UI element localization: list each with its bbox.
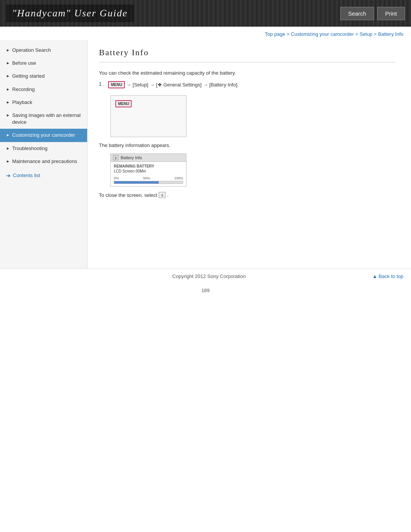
breadcrumb: Top page > Customizing your camcorder > …: [0, 27, 411, 40]
sidebar-item-before-use[interactable]: ► Before use: [0, 57, 87, 70]
battery-info-dialog: x Battery Info REMAINING BATTERY LCD Scr…: [110, 153, 186, 187]
battery-bar-fill: [114, 181, 159, 184]
sidebar-item-recording[interactable]: ► Recording: [0, 83, 87, 96]
scale-100: 100%: [174, 176, 183, 180]
sidebar-arrow-icon: ►: [6, 133, 10, 138]
breadcrumb-sep3: >: [374, 31, 378, 37]
sidebar-arrow-icon: ►: [6, 73, 10, 79]
battery-scale: 0% 50% 100%: [114, 176, 183, 180]
close-x-button[interactable]: x: [113, 155, 118, 160]
search-button[interactable]: Search: [340, 7, 374, 20]
contents-link-arrow-icon: ➔: [6, 173, 11, 179]
sidebar-item-label: Customizing your camcorder: [12, 132, 75, 139]
sidebar-item-saving-images[interactable]: ► Saving images with an external device: [0, 109, 87, 129]
step-1-text: → [Setup] → [❖ General Settings] → [Batt…: [126, 82, 239, 88]
step-1-content: MENU → [Setup] → [❖ General Settings] → …: [108, 81, 239, 88]
sidebar-arrow-icon: ►: [6, 61, 10, 66]
sidebar-item-label: Before use: [12, 60, 36, 67]
battery-bar-track: [114, 181, 183, 184]
breadcrumb-sep1: >: [287, 31, 291, 37]
menu-button-image: MENU: [108, 81, 124, 88]
close-x-inline-icon: x: [159, 192, 166, 198]
sidebar-item-operation-search[interactable]: ► Operation Search: [0, 44, 87, 57]
screenshot-camcorder-screen: MENU: [110, 95, 186, 137]
battery-bar-container: 0% 50% 100%: [114, 176, 183, 184]
close-screen-text1: To close the screen, select: [99, 192, 157, 198]
breadcrumb-top-page[interactable]: Top page: [265, 31, 285, 37]
battery-info-appears-text: The battery information appears.: [99, 142, 396, 148]
page-number: 189: [0, 284, 411, 301]
battery-info-body: REMAINING BATTERY LCD Screen 00Min 0% 50…: [111, 162, 186, 186]
site-title: "Handycam" User Guide: [6, 5, 134, 22]
sidebar-arrow-icon: ►: [6, 48, 10, 53]
remaining-battery-label: REMAINING BATTERY: [114, 164, 183, 168]
close-screen-row: To close the screen, select x .: [99, 192, 396, 198]
breadcrumb-battery-info[interactable]: Battery Info: [378, 31, 403, 37]
sidebar-item-label: Recording: [12, 86, 35, 93]
breadcrumb-setup[interactable]: Setup: [360, 31, 373, 37]
breadcrumb-sep2: >: [355, 31, 359, 37]
sidebar-item-customizing[interactable]: ► Customizing your camcorder: [0, 129, 87, 142]
menu-btn-highlighted: MENU: [115, 100, 132, 107]
header-buttons: Search Print: [340, 7, 405, 20]
battery-info-title: Battery Info: [121, 155, 142, 160]
sidebar-item-label: Troubleshooting: [12, 145, 48, 152]
page-title: Battery Info: [99, 48, 396, 62]
sidebar-item-label: Maintenance and precautions: [12, 158, 77, 165]
sidebar-item-label: Operation Search: [12, 47, 51, 54]
sidebar: ► Operation Search ► Before use ► Gettin…: [0, 40, 88, 268]
sidebar-item-label: Getting started: [12, 73, 45, 80]
content-area: Battery Info You can check the estimated…: [88, 40, 411, 268]
sidebar-item-playback[interactable]: ► Playback: [0, 96, 87, 109]
header: "Handycam" User Guide Search Print: [0, 0, 411, 27]
sidebar-arrow-icon: ►: [6, 87, 10, 92]
intro-text: You can check the estimated remaining ca…: [99, 70, 396, 76]
contents-list-link[interactable]: ➔ Contents list: [0, 168, 87, 183]
scale-50: 50%: [143, 176, 150, 180]
main-layout: ► Operation Search ► Before use ► Gettin…: [0, 40, 411, 268]
step-1-row: 1 . MENU → [Setup] → [❖ General Settings…: [99, 81, 396, 88]
step-1-number: 1 .: [99, 81, 104, 87]
sidebar-arrow-icon: ►: [6, 113, 10, 118]
footer-bar: Copyright 2012 Sony Corporation ▲ Back t…: [0, 268, 411, 284]
scale-0: 0%: [114, 176, 119, 180]
contents-link-label: Contents list: [13, 173, 40, 178]
back-to-top-link[interactable]: ▲ Back to top: [372, 273, 403, 279]
sidebar-item-troubleshooting[interactable]: ► Troubleshooting: [0, 142, 87, 155]
sidebar-arrow-icon: ►: [6, 146, 10, 151]
battery-info-header: x Battery Info: [111, 154, 186, 162]
sidebar-item-maintenance[interactable]: ► Maintenance and precautions: [0, 155, 87, 168]
print-button[interactable]: Print: [377, 7, 405, 20]
lcd-screen-value: LCD Screen 00Min: [114, 169, 183, 173]
sidebar-item-label: Playback: [12, 99, 32, 106]
sidebar-arrow-icon: ►: [6, 100, 10, 105]
close-screen-text2: .: [167, 192, 169, 198]
sidebar-arrow-icon: ►: [6, 159, 10, 164]
sidebar-item-label: Saving images with an external device: [12, 112, 83, 126]
footer-copyright: Copyright 2012 Sony Corporation: [46, 273, 372, 279]
sidebar-item-getting-started[interactable]: ► Getting started: [0, 70, 87, 83]
breadcrumb-customizing[interactable]: Customizing your camcorder: [291, 31, 354, 37]
